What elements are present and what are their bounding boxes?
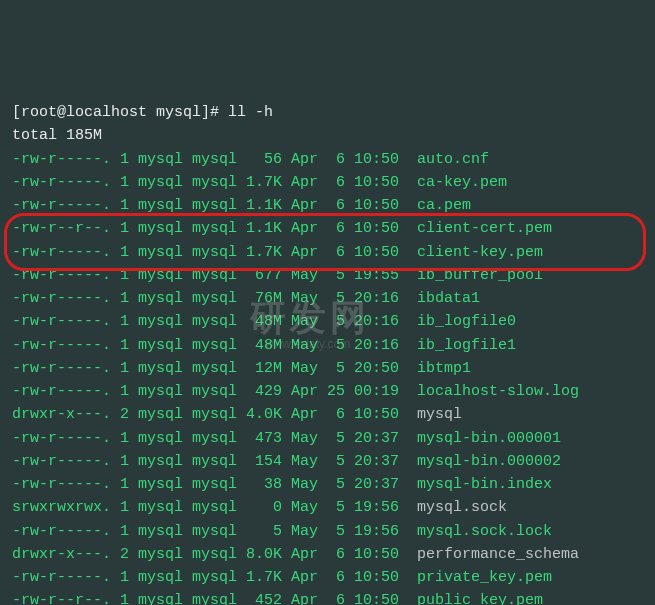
file-name: mysql.sock (417, 499, 507, 516)
file-row: srwxrwxrwx. 1 mysql mysql 0 May 5 19:56 … (12, 496, 643, 519)
file-row: -rw-r-----. 1 mysql mysql 1.7K Apr 6 10:… (12, 171, 643, 194)
file-row: -rw-r-----. 1 mysql mysql 1.7K Apr 6 10:… (12, 241, 643, 264)
permissions: srwxrwxrwx. (12, 499, 111, 516)
permissions: -rw-r-----. (12, 360, 111, 377)
permissions: -rw-r-----. (12, 313, 111, 330)
permissions: drwxr-x---. (12, 546, 111, 563)
file-row: -rw-r-----. 1 mysql mysql 154 May 5 20:3… (12, 450, 643, 473)
file-row: -rw-r-----. 1 mysql mysql 5 May 5 19:56 … (12, 520, 643, 543)
permissions: drwxr-x---. (12, 406, 111, 423)
file-name: ca.pem (417, 197, 471, 214)
file-name: auto.cnf (417, 151, 489, 168)
permissions: -rw-r-----. (12, 244, 111, 261)
file-name: ib_logfile1 (417, 337, 516, 354)
file-name: private_key.pem (417, 569, 552, 586)
file-name: ca-key.pem (417, 174, 507, 191)
file-name: performance_schema (417, 546, 579, 563)
file-row: -rw-r-----. 1 mysql mysql 38 May 5 20:37… (12, 473, 643, 496)
file-name: localhost-slow.log (417, 383, 579, 400)
file-row: -rw-r-----. 1 mysql mysql 429 Apr 25 00:… (12, 380, 643, 403)
file-row: -rw-r-----. 1 mysql mysql 48M May 5 20:1… (12, 334, 643, 357)
file-row: -rw-r-----. 1 mysql mysql 1.7K Apr 6 10:… (12, 566, 643, 589)
file-name: client-key.pem (417, 244, 543, 261)
file-name: ib_buffer_pool (417, 267, 543, 284)
permissions: -rw-r-----. (12, 476, 111, 493)
permissions: -rw-r-----. (12, 453, 111, 470)
permissions: -rw-r-----. (12, 569, 111, 586)
permissions: -rw-r--r--. (12, 592, 111, 605)
file-name: ibdata1 (417, 290, 480, 307)
file-name: ibtmp1 (417, 360, 471, 377)
permissions: -rw-r-----. (12, 290, 111, 307)
permissions: -rw-r-----. (12, 174, 111, 191)
file-row: -rw-r-----. 1 mysql mysql 473 May 5 20:3… (12, 427, 643, 450)
file-name: mysql-bin.index (417, 476, 552, 493)
permissions: -rw-r-----. (12, 523, 111, 540)
file-row: -rw-r-----. 1 mysql mysql 1.1K Apr 6 10:… (12, 194, 643, 217)
permissions: -rw-r-----. (12, 337, 111, 354)
file-name: public_key.pem (417, 592, 543, 605)
file-row: -rw-r-----. 1 mysql mysql 56 Apr 6 10:50… (12, 148, 643, 171)
file-name: mysql.sock.lock (417, 523, 552, 540)
file-row: -rw-r-----. 1 mysql mysql 76M May 5 20:1… (12, 287, 643, 310)
permissions: -rw-r-----. (12, 267, 111, 284)
file-row: -rw-r--r--. 1 mysql mysql 452 Apr 6 10:5… (12, 589, 643, 605)
file-row: -rw-r-----. 1 mysql mysql 677 May 5 19:5… (12, 264, 643, 287)
permissions: -rw-r-----. (12, 197, 111, 214)
file-name: ib_logfile0 (417, 313, 516, 330)
file-row: -rw-r-----. 1 mysql mysql 48M May 5 20:1… (12, 310, 643, 333)
file-name: mysql-bin.000002 (417, 453, 561, 470)
permissions: -rw-r-----. (12, 383, 111, 400)
file-row: -rw-r-----. 1 mysql mysql 12M May 5 20:5… (12, 357, 643, 380)
file-name: client-cert.pem (417, 220, 552, 237)
permissions: -rw-r--r--. (12, 220, 111, 237)
file-row: drwxr-x---. 2 mysql mysql 8.0K Apr 6 10:… (12, 543, 643, 566)
permissions: -rw-r-----. (12, 430, 111, 447)
prompt-line: [root@localhost mysql]# ll -h (12, 101, 643, 124)
file-name: mysql (417, 406, 462, 423)
permissions: -rw-r-----. (12, 151, 111, 168)
file-row: drwxr-x---. 2 mysql mysql 4.0K Apr 6 10:… (12, 403, 643, 426)
terminal-output: [root@localhost mysql]# ll -htotal 185M-… (12, 101, 643, 605)
total-line: total 185M (12, 124, 643, 147)
file-row: -rw-r--r--. 1 mysql mysql 1.1K Apr 6 10:… (12, 217, 643, 240)
file-name: mysql-bin.000001 (417, 430, 561, 447)
